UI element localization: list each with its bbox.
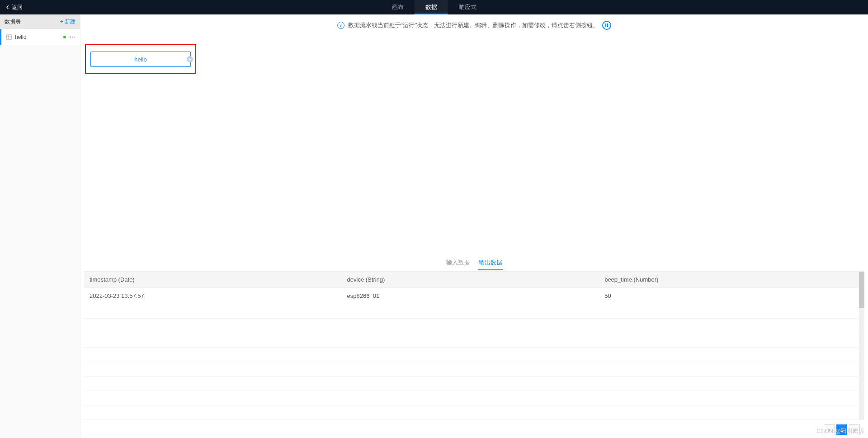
- highlight-box: hello +: [85, 44, 196, 74]
- data-table: timestamp (Date) device (String) beep_ti…: [84, 272, 864, 420]
- hello-card-label: hello: [134, 56, 146, 63]
- sidebar-item-label: hello: [15, 34, 63, 40]
- tab-canvas[interactable]: 画布: [381, 0, 415, 14]
- pagination-page-1[interactable]: 1: [836, 424, 847, 435]
- cell-timestamp: 2022-03-23 13:57:57: [84, 288, 342, 304]
- table-row[interactable]: 2022-03-23 13:57:57 esp8266_01 50: [84, 288, 864, 304]
- col-beep-time: beep_time (Number): [599, 272, 864, 288]
- table-row: [84, 391, 864, 405]
- table-row: [84, 304, 864, 319]
- status-dot: [63, 36, 66, 38]
- top-tabs: 画布 数据 响应式: [381, 0, 487, 14]
- tab-responsive[interactable]: 响应式: [448, 0, 487, 14]
- pagination: < 1 >: [80, 420, 868, 438]
- more-icon[interactable]: ⋯: [70, 34, 75, 40]
- scrollbar[interactable]: [859, 272, 864, 420]
- back-label: 返回: [12, 4, 23, 11]
- new-button[interactable]: + 新建: [60, 18, 75, 26]
- card-area: hello +: [80, 36, 868, 82]
- main: i 数据流水线当前处于“运行”状态，无法进行新建、编辑、删除操作，如需修改，请点…: [80, 14, 868, 438]
- sidebar-title: 数据表: [5, 18, 21, 26]
- tab-data[interactable]: 数据: [415, 0, 448, 14]
- col-timestamp: timestamp (Date): [84, 272, 342, 288]
- hello-node-card[interactable]: hello +: [90, 52, 191, 67]
- table-row: [84, 405, 864, 420]
- sidebar: 数据表 + 新建 hello ⋯: [0, 14, 80, 438]
- sub-tab-output[interactable]: 输出数据: [478, 256, 503, 269]
- sidebar-item-hello[interactable]: hello ⋯: [0, 29, 80, 45]
- sub-tab-input[interactable]: 输入数据: [445, 256, 471, 269]
- table-icon: [6, 34, 12, 40]
- table-row: [84, 319, 864, 333]
- table-row: [84, 362, 864, 377]
- pagination-prev[interactable]: <: [824, 424, 835, 435]
- sidebar-header: 数据表 + 新建: [0, 14, 80, 29]
- sub-tabs: 输入数据 输出数据: [80, 252, 868, 271]
- topbar: 返回 画布 数据 响应式: [0, 0, 868, 14]
- table-header-row: timestamp (Date) device (String) beep_ti…: [84, 272, 864, 288]
- table-row: [84, 333, 864, 348]
- scrollbar-thumb[interactable]: [859, 272, 864, 308]
- table-row: [84, 377, 864, 391]
- info-bar: i 数据流水线当前处于“运行”状态，无法进行新建、编辑、删除操作，如需修改，请点…: [80, 14, 868, 36]
- pause-button[interactable]: [602, 21, 611, 30]
- layout: 数据表 + 新建 hello ⋯ i 数据流水线当前处于“运行”状态，无法进行新…: [0, 14, 868, 438]
- table-row: [84, 348, 864, 362]
- info-icon: i: [337, 22, 344, 29]
- cell-beep-time: 50: [599, 288, 864, 304]
- cell-device: esp8266_01: [342, 288, 599, 304]
- svg-rect-0: [6, 35, 12, 39]
- chevron-left-icon: [5, 5, 10, 9]
- upper-area: i 数据流水线当前处于“运行”状态，无法进行新建、编辑、删除操作，如需修改，请点…: [80, 14, 868, 176]
- add-node-button[interactable]: +: [187, 56, 193, 62]
- table-wrap: timestamp (Date) device (String) beep_ti…: [84, 271, 864, 420]
- back-button[interactable]: 返回: [0, 0, 28, 14]
- info-text: 数据流水线当前处于“运行”状态，无法进行新建、编辑、删除操作，如需修改，请点击右…: [348, 21, 599, 29]
- pagination-next[interactable]: >: [849, 424, 860, 435]
- col-device: device (String): [342, 272, 599, 288]
